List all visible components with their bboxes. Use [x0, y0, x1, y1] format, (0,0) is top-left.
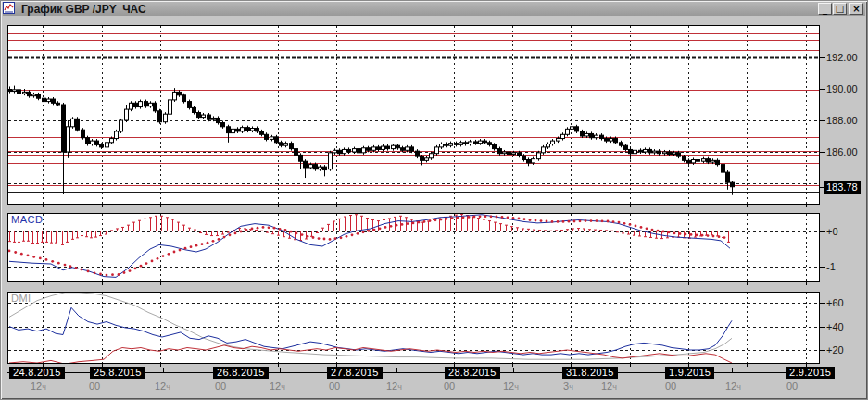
candle-body — [372, 147, 376, 150]
macd-signal-dot — [212, 240, 215, 243]
macd-signal-dot — [623, 222, 626, 225]
macd-signal-dot — [129, 269, 132, 272]
time-label: 12ч — [386, 381, 402, 392]
time-label-suffix: ч — [281, 382, 285, 392]
time-label-hours: 12 — [503, 381, 514, 392]
macd-signal-dot — [568, 220, 571, 223]
macd-signal-dot — [179, 249, 182, 252]
macd-signal-dot — [423, 220, 426, 223]
macd-signal-dot — [162, 255, 165, 257]
time-label-hours: 00 — [89, 381, 100, 392]
macd-signal-dot — [596, 219, 598, 222]
minimize-button[interactable]: _ — [818, 3, 832, 15]
macd-signal-dot — [245, 229, 248, 231]
macd-signal-dot — [535, 219, 537, 222]
candle-body — [100, 144, 104, 147]
time-label: 00 — [329, 381, 340, 392]
macd-signal-dot — [657, 230, 660, 232]
candle-body — [139, 102, 143, 107]
chart-plot-svg — [0, 0, 868, 400]
candle-body — [445, 144, 448, 146]
candle-body — [86, 138, 90, 144]
candle-body — [284, 144, 288, 146]
macd-signal-dot — [379, 227, 382, 230]
macd-signal-dot — [690, 233, 693, 236]
macd-signal-dot — [562, 220, 565, 223]
macd-signal-dot — [8, 250, 11, 253]
time-label-hours: 12 — [601, 381, 612, 392]
candle-body — [644, 149, 648, 152]
main-panel — [8, 26, 820, 205]
candle-body — [295, 149, 298, 156]
candle-body — [571, 127, 574, 130]
macd-signal-dot — [501, 216, 504, 219]
macd-signal-dot — [618, 221, 621, 224]
macd-signal-dot — [590, 219, 593, 222]
macd-signal-dot — [679, 232, 682, 235]
candle-body — [149, 103, 153, 106]
candle-body — [731, 182, 735, 187]
macd-signal-dot — [75, 267, 78, 269]
close-button[interactable]: × — [849, 3, 863, 15]
macd-signal-dot — [284, 229, 287, 231]
candle-body — [290, 144, 294, 149]
candle-body — [600, 135, 604, 138]
candle-body — [91, 141, 94, 144]
macd-signal-dot — [646, 227, 648, 230]
dmi-axis-label: +20 — [826, 344, 844, 356]
candle-body — [28, 92, 31, 95]
macd-signal-dot — [723, 236, 726, 239]
macd-signal-dot — [462, 216, 465, 219]
macd-signal-dot — [484, 215, 487, 218]
macd-signal-dot — [190, 245, 193, 248]
date-box: 24.8.2015 — [9, 367, 65, 379]
macd-signal-dot — [635, 225, 637, 228]
time-label-suffix: ч — [736, 382, 741, 392]
time-label: 3ч — [563, 381, 573, 392]
macd-signal-dot — [551, 220, 554, 223]
time-label-suffix: ч — [569, 382, 573, 392]
chart-window: График GBP /JPY ЧАС _ □ × MACD DMI 183.7… — [0, 0, 868, 400]
candle-body — [590, 133, 594, 137]
date-box: 28.8.2015 — [445, 367, 500, 379]
macd-signal-dot — [673, 232, 676, 235]
macd-signal-dot — [573, 220, 576, 223]
candle-body — [527, 160, 531, 163]
macd-signal-dot — [540, 219, 543, 222]
price-axis-label: 192.00 — [826, 52, 858, 63]
macd-signal-dot — [223, 236, 226, 239]
candle-body — [702, 159, 706, 162]
macd-axis-label: +0 — [826, 226, 838, 237]
macd-signal-dot — [546, 220, 548, 223]
candle-body — [634, 150, 637, 153]
macd-signal-dot — [207, 242, 209, 244]
time-label: 12ч — [725, 381, 741, 392]
candle-body — [377, 147, 381, 150]
macd-signal-dot — [496, 216, 498, 219]
title-bar[interactable]: График GBP /JPY ЧАС _ □ × — [3, 2, 865, 16]
candle-body — [256, 129, 259, 131]
candle-body — [498, 149, 502, 154]
macd-signal-dot — [668, 231, 671, 234]
candle-body — [421, 156, 424, 160]
candle-body — [193, 107, 196, 112]
macd-signal-dot — [512, 217, 515, 219]
macd-signal-dot — [20, 253, 23, 256]
candle-body — [110, 139, 114, 143]
candle-body — [130, 103, 133, 109]
macd-signal-dot — [329, 238, 332, 241]
macd-signal-dot — [99, 273, 102, 276]
macd-signal-dot — [123, 271, 126, 274]
maximize-button[interactable]: □ — [833, 3, 847, 15]
macd-signal-dot — [468, 216, 471, 219]
candle-body — [522, 156, 526, 159]
candle-body — [67, 127, 70, 152]
candle-body — [716, 160, 720, 164]
macd-signal-dot — [195, 244, 198, 247]
candle-body — [202, 115, 206, 118]
time-label: 00 — [215, 381, 226, 392]
macd-signal-dot — [407, 222, 409, 225]
macd-signal-dot — [685, 233, 687, 236]
time-label-suffix: ч — [397, 382, 402, 392]
macd-signal-dot — [323, 238, 326, 241]
